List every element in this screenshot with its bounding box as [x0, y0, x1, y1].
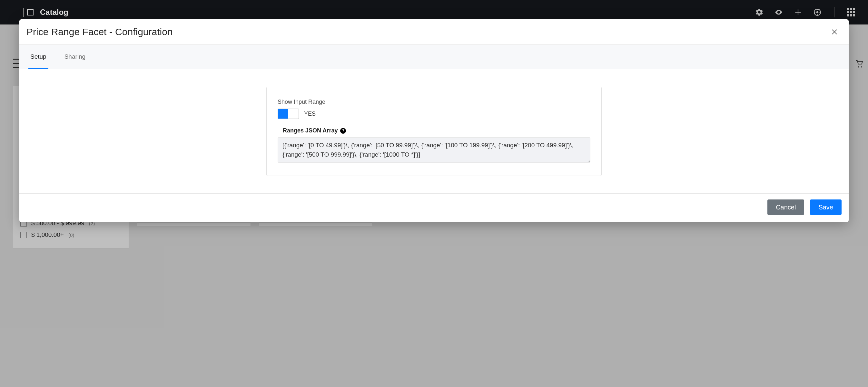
show-input-range-toggle-row: YES: [278, 108, 590, 119]
svg-point-3: [861, 66, 862, 67]
modal-tabs: Setup Sharing: [19, 45, 849, 69]
gear-icon[interactable]: [755, 8, 764, 17]
toggle-value-label: YES: [304, 110, 316, 117]
product-card: [258, 222, 373, 226]
configuration-modal: Price Range Facet - Configuration Setup …: [19, 19, 849, 222]
show-input-range-toggle[interactable]: [278, 108, 299, 119]
plus-icon[interactable]: [794, 8, 803, 17]
cancel-button[interactable]: Cancel: [767, 199, 804, 215]
topbar-left: Catalog: [23, 7, 68, 18]
tab-setup[interactable]: Setup: [28, 45, 49, 69]
svg-point-2: [858, 66, 859, 67]
page-title: Catalog: [40, 8, 68, 17]
product-card: [137, 222, 251, 226]
help-icon[interactable]: ?: [340, 128, 346, 134]
checkbox-icon[interactable]: [20, 232, 27, 238]
eye-icon[interactable]: [774, 8, 783, 17]
ranges-json-array-input[interactable]: [278, 137, 590, 163]
close-button[interactable]: [829, 27, 840, 37]
apps-icon[interactable]: [847, 8, 855, 17]
modal-body: Show Input Range YES Ranges JSON Array ?: [19, 69, 849, 193]
simulate-icon[interactable]: [813, 8, 822, 17]
site-pages-icon[interactable]: [23, 7, 34, 18]
modal-title: Price Range Facet - Configuration: [26, 26, 173, 37]
tab-sharing[interactable]: Sharing: [63, 45, 88, 69]
facet-row-label: $ 1,000.00+: [31, 231, 64, 238]
svg-point-1: [816, 11, 819, 13]
topbar-right: [755, 7, 855, 18]
save-button[interactable]: Save: [810, 199, 842, 215]
modal-header: Price Range Facet - Configuration: [19, 19, 849, 44]
facet-row-count: (0): [68, 232, 74, 238]
config-card: Show Input Range YES Ranges JSON Array ?: [266, 87, 602, 176]
ranges-label-row: Ranges JSON Array ?: [283, 127, 590, 134]
cart-icon[interactable]: [855, 60, 864, 68]
ranges-json-array-label: Ranges JSON Array: [283, 127, 338, 134]
modal-footer: Cancel Save: [19, 193, 849, 222]
facet-row[interactable]: $ 1,000.00+ (0): [20, 231, 122, 238]
show-input-range-label: Show Input Range: [278, 99, 590, 105]
